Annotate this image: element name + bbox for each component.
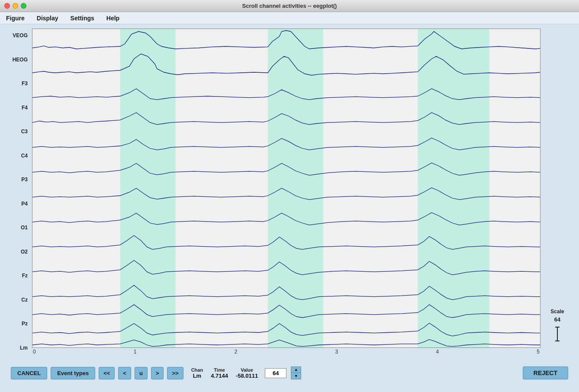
cancel-button[interactable]: CANCEL	[11, 367, 47, 379]
eeg-plot[interactable]	[32, 29, 540, 348]
main-content: VEOG HEOG F3 F4 C3 C4 P3 P4 O1 O2 Fz Cz …	[0, 24, 579, 392]
menu-figure[interactable]: Figure	[4, 14, 26, 22]
channel-label-c3: C3	[6, 129, 30, 134]
channel-label-lm: Lm	[6, 345, 30, 350]
channel-label-f3: F3	[6, 81, 30, 86]
undo-button[interactable]: u	[135, 367, 148, 379]
window-title: Scroll channel activities -- eegplot()	[242, 3, 337, 9]
channel-label-o1: O1	[6, 225, 30, 230]
value-value: -58.0111	[236, 373, 258, 379]
chan-info: Chan Lm	[191, 367, 203, 379]
forward-button[interactable]: >>	[167, 367, 183, 379]
x-axis-2: 2	[235, 349, 238, 355]
chart-container: VEOG HEOG F3 F4 C3 C4 P3 P4 O1 O2 Fz Cz …	[6, 29, 573, 355]
rewind-button[interactable]: <<	[99, 367, 115, 379]
menubar: Figure Display Settings Help	[0, 12, 579, 24]
scale-icon	[553, 326, 561, 342]
channel-label-p3: P3	[6, 177, 30, 182]
channel-label-p4: P4	[6, 201, 30, 206]
channel-label-pz: Pz	[6, 321, 30, 326]
next-button[interactable]: >	[151, 367, 164, 379]
prev-button[interactable]: <	[118, 367, 131, 379]
scale-label: Scale	[550, 308, 564, 315]
waveform-svg	[32, 29, 540, 347]
time-label: Time	[214, 367, 225, 373]
stepper-down[interactable]: ▼	[291, 373, 301, 379]
scale-section: Scale 64	[542, 29, 573, 355]
chan-label: Chan	[191, 367, 203, 373]
x-axis-5: 5	[537, 349, 540, 355]
time-value: 4.7144	[211, 373, 228, 379]
channel-label-f4: F4	[6, 105, 30, 110]
channel-labels: VEOG HEOG F3 F4 C3 C4 P3 P4 O1 O2 Fz Cz …	[6, 29, 30, 355]
value-input[interactable]: 64	[265, 368, 286, 378]
menu-help[interactable]: Help	[105, 14, 121, 22]
close-button[interactable]	[4, 3, 10, 9]
time-info: Time 4.7144	[211, 367, 228, 379]
scale-bar	[553, 326, 561, 342]
minimize-button[interactable]	[13, 3, 18, 9]
channel-label-heog: HEOG	[6, 57, 30, 62]
scale-value: 64	[554, 316, 560, 323]
x-axis-3: 3	[335, 349, 338, 355]
x-axis-0: 0	[33, 349, 36, 355]
reject-button[interactable]: REJECT	[523, 366, 568, 379]
event-types-button[interactable]: Event types	[51, 367, 95, 379]
value-info: Value -58.0111	[236, 367, 258, 379]
window-controls	[4, 3, 26, 9]
channel-label-fz: Fz	[6, 273, 30, 278]
svg-rect-1	[268, 29, 323, 347]
x-axis-4: 4	[436, 349, 439, 355]
chan-value: Lm	[193, 373, 202, 379]
menu-settings[interactable]: Settings	[69, 14, 96, 22]
channel-label-o2: O2	[6, 249, 30, 254]
x-axis-1: 1	[134, 349, 137, 355]
channel-label-veog: VEOG	[6, 33, 30, 38]
maximize-button[interactable]	[21, 3, 26, 9]
channel-label-c4: C4	[6, 153, 30, 158]
value-stepper[interactable]: ▲ ▼	[291, 366, 301, 379]
value-label: Value	[241, 367, 253, 373]
bottom-toolbar: CANCEL Event types << < u > >> Chan Lm T…	[6, 358, 573, 388]
menu-display[interactable]: Display	[35, 14, 60, 22]
channel-label-cz: Cz	[6, 297, 30, 302]
titlebar: Scroll channel activities -- eegplot()	[0, 0, 579, 12]
svg-rect-0	[120, 29, 176, 347]
stepper-up[interactable]: ▲	[291, 367, 301, 373]
